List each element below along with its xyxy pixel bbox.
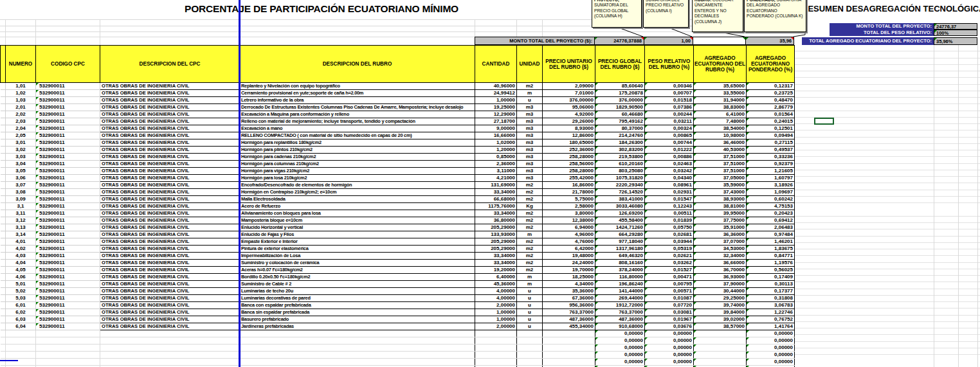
cell-agregado-ponderado[interactable]: 0,00000: [747, 337, 795, 345]
cell-codigo-cpc[interactable]: 532900011: [36, 253, 100, 260]
cell-agregado-ponderado[interactable]: 0,56025: [747, 267, 795, 274]
cell-descripcion-rubro[interactable]: Enlucido Horizontal y vertical: [240, 224, 475, 231]
cell-unidad[interactable]: m3: [517, 154, 543, 161]
cell-unidad[interactable]: m3: [517, 168, 543, 175]
cell-precio-unitario[interactable]: 6,94000: [543, 224, 595, 231]
cell-descripcion-cpc[interactable]: OTRAS OBRAS DE INGENIERIA CIVIL: [100, 90, 240, 97]
cell-cantidad[interactable]: [475, 345, 517, 352]
cell-agregado-ponderado[interactable]: 0,97484: [747, 231, 795, 238]
cell-precio-unitario[interactable]: 4,76000: [543, 238, 595, 246]
cell-numero[interactable]: 6,04: [6, 323, 36, 330]
cell-agregado-ponderado[interactable]: 2,06483: [747, 224, 795, 231]
cell-agregado-rubro[interactable]: [694, 330, 747, 337]
cell-codigo-cpc[interactable]: [36, 337, 100, 345]
cell-precio-global[interactable]: 85,60640: [595, 83, 645, 90]
row-spacer-cell[interactable]: [1, 168, 6, 175]
cell-cantidad[interactable]: 33,34000: [475, 189, 517, 196]
cell-agregado-rubro[interactable]: 34,53000: [694, 246, 747, 253]
row-spacer-cell[interactable]: [1, 182, 6, 189]
cell-cantidad[interactable]: 36,80000: [475, 217, 517, 224]
cell-numero[interactable]: [6, 337, 36, 345]
cell-precio-unitario[interactable]: 24,24000: [543, 260, 595, 267]
cell-agregado-rubro[interactable]: 37,43000: [694, 189, 747, 196]
cell-agregado-ponderado[interactable]: 0,84771: [747, 253, 795, 260]
cell-agregado-ponderado[interactable]: 4,75153: [747, 203, 795, 210]
cell-agregado-ponderado[interactable]: 0,48470: [747, 97, 795, 104]
header-unidad[interactable]: UNIDAD: [517, 46, 543, 83]
cell-unidad[interactable]: m3: [517, 111, 543, 118]
cell-descripcion-rubro[interactable]: [240, 330, 475, 337]
cell-codigo-cpc[interactable]: 532900011: [36, 111, 100, 118]
row-spacer-cell[interactable]: [1, 83, 6, 90]
cell-codigo-cpc[interactable]: 532900011: [36, 97, 100, 104]
cell-agregado-ponderado[interactable]: 0,24015: [747, 118, 795, 125]
cell-descripcion-cpc[interactable]: OTRAS OBRAS DE INGENIERIA CIVIL: [100, 175, 240, 182]
cell-agregado-ponderado[interactable]: 0,12317: [747, 83, 795, 90]
row-spacer-cell[interactable]: [1, 231, 6, 238]
cell-agregado-rubro[interactable]: 29,25000: [694, 295, 747, 302]
cell-numero[interactable]: 5,03: [6, 295, 36, 302]
cell-precio-unitario[interactable]: 18,25000: [543, 274, 595, 281]
row-spacer-cell[interactable]: [1, 330, 6, 337]
cell-descripcion-rubro[interactable]: Basurero prefabricado: [240, 316, 475, 323]
cell-agregado-ponderado[interactable]: 0,76752: [747, 316, 795, 323]
cell-agregado-rubro[interactable]: 37,51000: [694, 154, 747, 161]
cell-precio-unitario[interactable]: 487,36000: [543, 316, 595, 323]
cell-unidad[interactable]: [517, 352, 543, 359]
cell-precio-global[interactable]: 1317,96180: [595, 246, 645, 253]
cell-agregado-ponderado[interactable]: 0,20423: [747, 210, 795, 217]
cell-unidad[interactable]: m: [517, 281, 543, 288]
cell-peso-relativo[interactable]: 0,05750: [645, 224, 694, 231]
cell-descripcion-cpc[interactable]: OTRAS OBRAS DE INGENIERIA CIVIL: [100, 203, 240, 210]
cell-precio-global[interactable]: 610,20160: [595, 161, 645, 168]
cell-precio-global[interactable]: 664,29280: [595, 231, 645, 238]
cell-precio-global[interactable]: 378,24000: [595, 267, 645, 274]
cell-precio-global[interactable]: 808,16160: [595, 260, 645, 267]
cell-descripcion-cpc[interactable]: OTRAS OBRAS DE INGENIERIA CIVIL: [100, 210, 240, 217]
row-spacer-cell[interactable]: [1, 253, 6, 260]
cell-cantidad[interactable]: 24,99412: [475, 90, 517, 97]
cell-precio-global[interactable]: 1424,71260: [595, 224, 645, 231]
cell-peso-relativo[interactable]: 0,01087: [645, 295, 694, 302]
cell-precio-unitario[interactable]: 16,86000: [543, 182, 595, 189]
cell-numero[interactable]: 4,01: [6, 238, 36, 246]
cell-agregado-rubro[interactable]: 6,41000: [694, 111, 747, 118]
summary-label-peso-relativo[interactable]: TOTAL DEL PESO RELATIVO:: [830, 30, 934, 36]
cell-agregado-ponderado[interactable]: 0,69412: [747, 217, 795, 224]
cell-agregado-rubro[interactable]: 37,05000: [694, 175, 747, 182]
cell-precio-unitario[interactable]: 12,38000: [543, 217, 595, 224]
cell-peso-relativo[interactable]: 0,02681: [645, 231, 694, 238]
cell-descripcion-rubro[interactable]: Hormigón para vigas 210kg/cm2: [240, 168, 475, 175]
cell-precio-global[interactable]: 3033,46080: [595, 203, 645, 210]
cell-peso-relativo[interactable]: 0,05319: [645, 246, 694, 253]
cell-unidad[interactable]: m3: [517, 139, 543, 147]
cell-agregado-rubro[interactable]: 7,48000: [694, 118, 747, 125]
row-spacer-cell[interactable]: [1, 203, 6, 210]
cell-peso-relativo[interactable]: 0,03676: [645, 323, 694, 330]
cell-unidad[interactable]: m2: [517, 189, 543, 196]
cell-descripcion-cpc[interactable]: OTRAS OBRAS DE INGENIERIA CIVIL: [100, 260, 240, 267]
cell-codigo-cpc[interactable]: 532900011: [36, 316, 100, 323]
cell-peso-relativo[interactable]: 0,00744: [645, 139, 694, 147]
cell-agregado-ponderado[interactable]: 0,30113: [747, 281, 795, 288]
cell-agregado-ponderado[interactable]: 2,86779: [747, 104, 795, 111]
cell-descripcion-rubro[interactable]: Luminarias de techo 20u: [240, 288, 475, 295]
cell-codigo-cpc[interactable]: [36, 359, 100, 366]
cell-agregado-ponderado[interactable]: 0,92379: [747, 161, 795, 168]
row-spacer-cell[interactable]: [1, 260, 6, 267]
cell-peso-relativo[interactable]: 0,03242: [645, 168, 694, 175]
cell-descripcion-rubro[interactable]: Pintura de exterior elastomérica: [240, 246, 475, 253]
cell-descripcion-cpc[interactable]: OTRAS OBRAS DE INGENIERIA CIVIL: [100, 295, 240, 302]
row-spacer-cell[interactable]: [1, 323, 6, 330]
cell-codigo-cpc[interactable]: 532900011: [36, 323, 100, 330]
cell-precio-global[interactable]: 795,49162: [595, 118, 645, 125]
cell-precio-global[interactable]: 977,18040: [595, 238, 645, 246]
cell-cantidad[interactable]: 4,00000: [475, 288, 517, 295]
cell-agregado-rubro[interactable]: 35,65000: [694, 83, 747, 90]
cell-agregado-ponderado[interactable]: 0,01564: [747, 111, 795, 118]
header-precio-unitario[interactable]: PRECIO UNITARIO DEL RUBRO ($): [543, 46, 595, 83]
cell-numero[interactable]: [6, 345, 36, 352]
cell-numero[interactable]: 3,13: [6, 224, 36, 231]
cell-descripcion-cpc[interactable]: OTRAS OBRAS DE INGENIERIA CIVIL: [100, 104, 240, 111]
cell-peso-relativo[interactable]: 0,03944: [645, 238, 694, 246]
